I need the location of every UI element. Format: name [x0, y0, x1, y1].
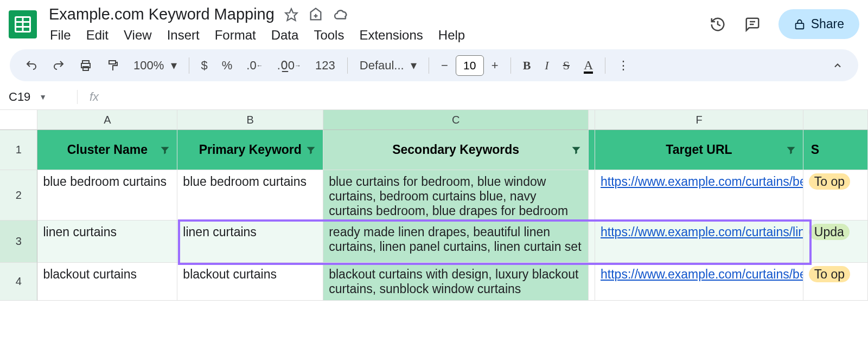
strikethrough-button[interactable]: S: [558, 54, 575, 77]
filter-icon[interactable]: [159, 145, 170, 155]
menu-file[interactable]: File: [50, 28, 71, 43]
menu-edit[interactable]: Edit: [86, 28, 108, 43]
header-target-url[interactable]: Target URL: [595, 130, 803, 170]
cell-c4[interactable]: blackout curtains with design, luxury bl…: [323, 263, 589, 301]
svg-rect-13: [109, 61, 116, 64]
cell-f4[interactable]: https://www.example.com/curtains/bedroom…: [595, 263, 803, 301]
menu-bar: File Edit View Insert Format Data Tools …: [49, 28, 709, 43]
spreadsheet-grid: A B C F 1 Cluster Name Primary Keyword S…: [0, 110, 868, 301]
italic-button[interactable]: I: [539, 54, 554, 77]
filter-icon[interactable]: [571, 145, 582, 155]
cell-c3[interactable]: ready made linen drapes, beautiful linen…: [323, 221, 589, 263]
filter-icon[interactable]: [786, 145, 796, 155]
svg-rect-9: [795, 23, 803, 29]
menu-view[interactable]: View: [124, 28, 152, 43]
column-header-b[interactable]: B: [177, 110, 323, 130]
menu-format[interactable]: Format: [215, 28, 256, 43]
share-label: Share: [811, 17, 844, 31]
decrease-decimal-button[interactable]: .0←: [241, 54, 268, 77]
column-header-c[interactable]: C: [323, 110, 589, 130]
formula-bar: C19▼ fx: [0, 85, 868, 110]
menu-insert[interactable]: Insert: [167, 28, 200, 43]
star-icon[interactable]: [284, 8, 298, 22]
decrease-font-button[interactable]: −: [436, 54, 454, 77]
currency-button[interactable]: $: [196, 54, 213, 77]
bold-button[interactable]: B: [518, 54, 537, 77]
title-section: Example.com Keyword Mapping File Edit Vi…: [49, 5, 709, 43]
comment-icon[interactable]: [744, 16, 761, 33]
cell-a3[interactable]: linen curtains: [37, 221, 177, 263]
cell-a4[interactable]: blackout curtains: [37, 263, 177, 301]
history-icon[interactable]: [709, 16, 726, 33]
title-bar: Example.com Keyword Mapping File Edit Vi…: [0, 0, 868, 44]
text-color-button[interactable]: A: [578, 54, 598, 77]
hidden-columns-indicator[interactable]: [589, 110, 595, 130]
row-header-1[interactable]: 1: [0, 130, 37, 170]
collapse-toolbar-button[interactable]: [827, 56, 848, 75]
move-icon[interactable]: [308, 7, 323, 22]
fx-label: fx: [77, 90, 99, 104]
print-button[interactable]: [74, 55, 98, 76]
row-header-4[interactable]: 4: [0, 263, 37, 301]
column-header-f[interactable]: F: [595, 110, 803, 130]
font-size-input[interactable]: [456, 55, 484, 76]
link[interactable]: https://www.example.com/curtains/bedroom…: [601, 267, 803, 281]
cell-c2[interactable]: blue curtains for bedroom, blue window c…: [323, 170, 589, 221]
cell-f3[interactable]: https://www.example.com/curtains/linen/: [595, 221, 803, 263]
header-cluster-name[interactable]: Cluster Name: [37, 130, 177, 170]
document-title[interactable]: Example.com Keyword Mapping: [49, 5, 275, 23]
zoom-select[interactable]: 100% ▾: [128, 54, 182, 77]
cell-a2[interactable]: blue bedroom curtains: [37, 170, 177, 221]
increase-font-button[interactable]: +: [486, 54, 504, 77]
paint-format-button[interactable]: [101, 55, 125, 76]
row-header-2[interactable]: 2: [0, 170, 37, 221]
sheets-logo[interactable]: [9, 10, 37, 38]
toolbar: 100% ▾ $ % .0← .0̲0→ 123 Defaul... ▾ − +…: [10, 49, 858, 81]
header-status[interactable]: S: [803, 130, 868, 170]
more-formatting-button[interactable]: ⋮: [612, 54, 635, 77]
percent-button[interactable]: %: [216, 54, 238, 77]
column-header-g[interactable]: [803, 110, 868, 130]
header-secondary-keywords[interactable]: Secondary Keywords: [323, 130, 589, 170]
header-primary-keyword[interactable]: Primary Keyword: [177, 130, 323, 170]
cell-g3[interactable]: Upda: [803, 221, 868, 263]
cell-g2[interactable]: To op: [803, 170, 868, 221]
column-header-a[interactable]: A: [37, 110, 177, 130]
cell-b4[interactable]: blackout curtains: [177, 263, 323, 301]
link[interactable]: https://www.example.com/curtains/linen/: [601, 225, 803, 239]
menu-data[interactable]: Data: [271, 28, 299, 43]
svg-marker-4: [285, 9, 297, 21]
lock-icon: [794, 18, 806, 30]
cell-b3[interactable]: linen curtains: [177, 221, 323, 263]
select-all-corner[interactable]: [0, 110, 37, 130]
row-header-3[interactable]: 3: [0, 221, 37, 263]
share-button[interactable]: Share: [778, 9, 859, 39]
font-select[interactable]: Defaul... ▾: [354, 54, 422, 77]
increase-decimal-button[interactable]: .0̲0→: [272, 54, 307, 77]
menu-help[interactable]: Help: [438, 28, 465, 43]
menu-extensions[interactable]: Extensions: [359, 28, 423, 43]
name-box[interactable]: C19▼: [4, 90, 59, 104]
cell-g4[interactable]: To op: [803, 263, 868, 301]
cell-f2[interactable]: https://www.example.com/curtains/bedroom…: [595, 170, 803, 221]
link[interactable]: https://www.example.com/curtains/bedroom…: [601, 174, 803, 189]
cell-b2[interactable]: blue bedroom curtains: [177, 170, 323, 221]
filter-icon[interactable]: [305, 145, 316, 155]
menu-tools[interactable]: Tools: [314, 28, 344, 43]
cloud-icon[interactable]: [333, 7, 349, 23]
format-number-button[interactable]: 123: [310, 54, 341, 77]
undo-button[interactable]: [20, 55, 43, 76]
redo-button[interactable]: [47, 55, 71, 76]
